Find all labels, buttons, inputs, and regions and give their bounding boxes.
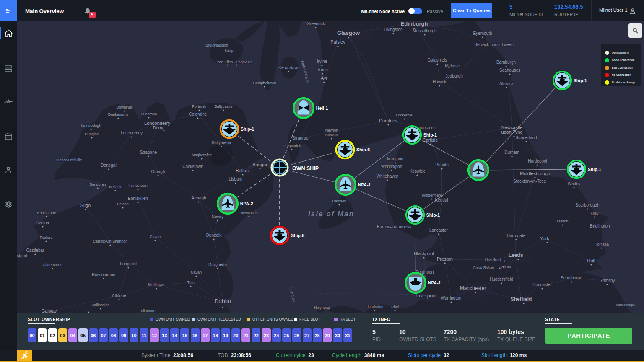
svg-text:Sheffield: Sheffield xyxy=(511,296,532,302)
svg-text:estport: estport xyxy=(17,253,28,258)
svg-text:Bridlington: Bridlington xyxy=(590,224,610,228)
svg-text:Seahouses: Seahouses xyxy=(499,68,520,72)
svg-text:Barrow-in-Furness: Barrow-in-Furness xyxy=(377,225,411,229)
svg-text:Hull: Hull xyxy=(587,258,595,263)
svg-text:Preston: Preston xyxy=(437,256,453,261)
svg-text:Newry: Newry xyxy=(212,215,223,219)
svg-text:Ship-1: Ship-1 xyxy=(574,78,587,83)
svg-text:Galashiels: Galashiels xyxy=(428,58,447,62)
svg-text:Donegal: Donegal xyxy=(101,163,116,168)
svg-text:Bangor: Bangor xyxy=(252,162,267,167)
svg-text:Liverpool: Liverpool xyxy=(416,293,437,299)
svg-text:Londonderry: Londonderry xyxy=(144,121,170,126)
svg-text:Stranraer: Stranraer xyxy=(292,136,310,140)
svg-text:Omagh: Omagh xyxy=(151,169,165,174)
svg-text:NPA-1: NPA-1 xyxy=(428,280,441,285)
svg-text:Doncaster: Doncaster xyxy=(532,282,552,287)
svg-text:Longford: Longford xyxy=(120,261,136,266)
svg-text:Blackpool: Blackpool xyxy=(414,251,434,256)
svg-text:Huddersfield: Huddersfield xyxy=(490,277,513,282)
svg-text:Dublin: Dublin xyxy=(214,298,231,305)
svg-text:Middlesbrough: Middlesbrough xyxy=(520,171,550,176)
svg-text:Strabane: Strabane xyxy=(140,150,157,155)
svg-text:Trim: Trim xyxy=(187,280,195,284)
svg-text:Drogheda: Drogheda xyxy=(208,262,227,267)
svg-text:Port Ellen: Port Ellen xyxy=(216,60,233,64)
svg-text:Newcastle: Newcastle xyxy=(240,211,258,215)
svg-text:Berwick-upon-Tweed: Berwick-upon-Tweed xyxy=(474,42,513,47)
svg-text:Ballycastle: Ballycastle xyxy=(214,104,232,109)
svg-text:Glasgow: Glasgow xyxy=(337,30,360,36)
svg-text:Downings: Downings xyxy=(116,105,133,109)
svg-text:Maryport: Maryport xyxy=(387,157,404,161)
svg-text:Filey: Filey xyxy=(590,211,599,215)
svg-text:Paisley: Paisley xyxy=(330,39,345,44)
svg-text:Hell-1: Hell-1 xyxy=(316,106,328,111)
svg-text:Ballinasloe: Ballinasloe xyxy=(91,303,110,307)
svg-text:Bruichladdich: Bruichladdich xyxy=(205,43,228,47)
svg-text:Mullingar: Mullingar xyxy=(148,282,165,287)
svg-text:Melrose: Melrose xyxy=(445,64,460,68)
svg-text:Cookstown: Cookstown xyxy=(182,164,203,169)
svg-text:Kincasslagh: Kincasslagh xyxy=(81,124,101,128)
svg-text:Grimsby: Grimsby xyxy=(599,278,615,283)
svg-text:Bundoran: Bundoran xyxy=(89,182,106,186)
svg-text:Lagavulin: Lagavulin xyxy=(236,60,253,64)
svg-text:Dumfries: Dumfries xyxy=(379,118,398,123)
svg-text:Scarborough: Scarborough xyxy=(575,203,599,207)
svg-text:Athlone: Athlone xyxy=(112,293,126,298)
svg-text:Sligo: Sligo xyxy=(80,203,91,208)
svg-text:Magherafelt: Magherafelt xyxy=(192,153,212,157)
svg-text:Coleraine: Coleraine xyxy=(189,112,207,116)
svg-text:Lockerbie: Lockerbie xyxy=(396,113,412,117)
svg-text:Warrington: Warrington xyxy=(441,296,462,300)
svg-text:Jedburgh: Jedburgh xyxy=(445,74,463,78)
svg-text:Musselburgh: Musselburgh xyxy=(413,28,436,33)
svg-text:Carrick-On-Shannon: Carrick-On-Shannon xyxy=(93,239,128,243)
svg-text:Roscommon: Roscommon xyxy=(92,272,115,277)
svg-text:Dundalk: Dundalk xyxy=(206,233,222,238)
svg-text:Holyhead: Holyhead xyxy=(314,305,330,310)
svg-text:Keswick: Keswick xyxy=(410,169,426,173)
svg-text:Ship-1: Ship-1 xyxy=(426,212,440,217)
svg-text:Harrogate: Harrogate xyxy=(507,233,526,238)
svg-text:Eyemouth: Eyemouth xyxy=(473,31,492,36)
svg-text:York: York xyxy=(540,236,549,241)
svg-text:Lancaster: Lancaster xyxy=(429,228,448,233)
svg-text:Ballina: Ballina xyxy=(36,220,49,225)
svg-text:Scunthorpe: Scunthorpe xyxy=(561,276,582,280)
svg-text:upon Tyne: upon Tyne xyxy=(501,129,522,134)
svg-text:OWN SHIP: OWN SHIP xyxy=(292,165,319,171)
svg-text:Belfast: Belfast xyxy=(236,168,250,173)
svg-text:Enniscrone: Enniscrone xyxy=(37,211,56,215)
svg-text:Whitby: Whitby xyxy=(568,181,581,186)
svg-text:Dunfanaghy: Dunfanaghy xyxy=(108,112,129,116)
svg-text:Ship-1: Ship-1 xyxy=(588,167,601,172)
svg-text:Kendal: Kendal xyxy=(435,198,448,202)
svg-text:Stewart: Stewart xyxy=(325,133,338,137)
svg-text:Windermere: Windermere xyxy=(421,193,442,197)
svg-text:Edinburgh: Edinburgh xyxy=(401,21,428,27)
svg-text:Greenock: Greenock xyxy=(306,21,325,26)
svg-text:Foxford: Foxford xyxy=(40,235,53,240)
svg-text:Ship-1: Ship-1 xyxy=(241,127,254,132)
svg-text:Penrith: Penrith xyxy=(435,163,449,167)
svg-text:Hartlepool: Hartlepool xyxy=(528,159,547,163)
svg-text:Armagh: Armagh xyxy=(191,196,206,200)
svg-text:Derry: Derry xyxy=(153,126,163,130)
svg-text:Ballymena: Ballymena xyxy=(212,140,231,145)
svg-text:Lisburn: Lisburn xyxy=(229,177,243,181)
svg-text:Portpatrick: Portpatrick xyxy=(283,144,301,148)
svg-text:Livingston: Livingston xyxy=(384,27,402,32)
svg-text:Belleek: Belleek xyxy=(109,185,122,189)
svg-text:Campbeltown: Campbeltown xyxy=(253,81,276,85)
svg-text:NPA-1: NPA-1 xyxy=(358,182,371,187)
svg-text:Ayr: Ayr xyxy=(321,75,328,80)
svg-text:Islay: Islay xyxy=(225,49,234,53)
svg-text:Durham: Durham xyxy=(504,150,519,155)
svg-text:Cavan: Cavan xyxy=(150,235,161,239)
svg-text:Whitehaven: Whitehaven xyxy=(377,174,399,178)
svg-text:Isle of Arran: Isle of Arran xyxy=(277,65,300,70)
svg-text:Bradford: Bradford xyxy=(485,257,501,262)
svg-text:Newton: Newton xyxy=(325,128,338,132)
